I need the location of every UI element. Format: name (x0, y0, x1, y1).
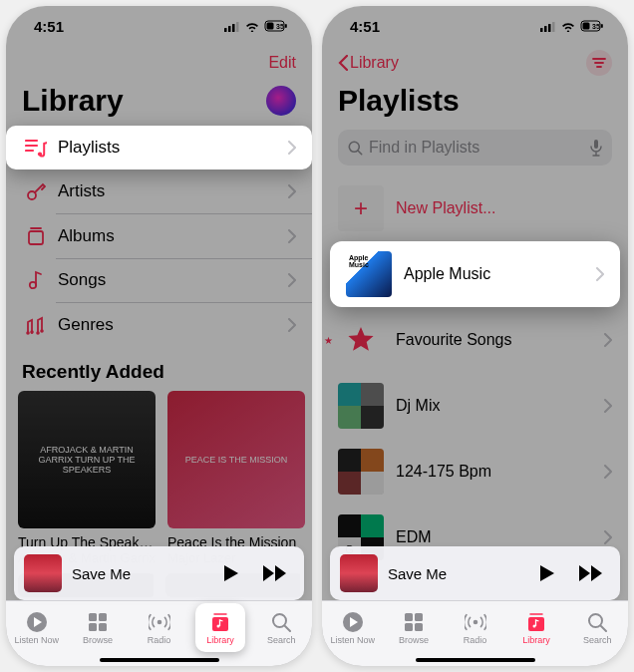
svg-rect-36 (405, 613, 413, 621)
playlist-art (338, 317, 384, 363)
svg-rect-26 (544, 26, 547, 32)
tab-label: Browse (399, 635, 429, 645)
tab-radio[interactable]: Radio (445, 601, 505, 654)
svg-rect-1 (228, 26, 231, 32)
chevron-right-icon (288, 273, 296, 287)
svg-text:35: 35 (592, 23, 600, 30)
row-label: 124-175 Bpm (396, 463, 592, 481)
row-albums[interactable]: Albums (6, 214, 312, 258)
svg-point-21 (157, 619, 161, 624)
tab-label: Library (522, 635, 550, 645)
row-label: EDM (396, 528, 592, 546)
tab-library[interactable]: Library (505, 601, 566, 654)
row-label: Playlists (58, 138, 288, 158)
library-icon (525, 611, 547, 633)
row-label: Albums (58, 226, 288, 246)
play-button[interactable] (530, 563, 562, 583)
search-placeholder: Find in Playlists (369, 139, 584, 157)
chevron-right-icon (604, 333, 612, 347)
chevron-left-icon (338, 55, 348, 71)
svg-point-33 (349, 142, 359, 152)
tab-label: Browse (83, 635, 113, 645)
row-artists[interactable]: Artists (6, 169, 312, 213)
row-label: Favourite Songs (396, 331, 592, 349)
library-list: Playlists Artists Albums Songs (6, 126, 312, 347)
back-button[interactable]: Library (338, 54, 399, 72)
tab-bar: Listen Now Browse Radio Library Search (322, 600, 628, 666)
tab-search[interactable]: Search (567, 601, 628, 654)
row-genres[interactable]: Genres (6, 303, 312, 347)
home-indicator[interactable] (100, 658, 219, 662)
wifi-icon (244, 21, 260, 32)
next-button[interactable] (256, 564, 294, 582)
tab-label: Search (583, 635, 612, 645)
battery-icon: 35 (580, 20, 604, 32)
play-button[interactable] (214, 563, 246, 583)
chevron-right-icon (604, 530, 612, 544)
row-songs[interactable]: Songs (6, 258, 312, 302)
album-art: PEACE IS THE MISSION (167, 391, 305, 528)
plus-icon: + (338, 185, 384, 231)
svg-point-12 (26, 331, 30, 335)
tab-library[interactable]: Library (189, 601, 250, 654)
svg-point-14 (36, 331, 40, 335)
svg-point-15 (40, 329, 44, 333)
tab-radio[interactable]: Radio (129, 601, 189, 654)
library-icon (209, 611, 231, 633)
row-playlists[interactable]: Playlists (6, 126, 312, 169)
now-playing-bar[interactable]: Save Me (330, 546, 620, 600)
playlist-favourite[interactable]: ★ Favourite Songs (322, 307, 628, 373)
artists-icon (22, 181, 50, 201)
grid-icon (87, 611, 109, 633)
home-indicator[interactable] (416, 658, 535, 662)
search-icon (586, 611, 608, 633)
tab-browse[interactable]: Browse (383, 601, 444, 654)
svg-point-40 (473, 619, 477, 624)
next-button[interactable] (572, 564, 610, 582)
svg-rect-37 (415, 613, 423, 621)
tab-label: Radio (148, 635, 171, 645)
tab-listen-now[interactable]: Listen Now (6, 601, 67, 654)
nav-row: Library (322, 46, 628, 80)
tab-label: Radio (464, 635, 487, 645)
now-playing-title: Save Me (388, 565, 520, 582)
playlist-apple-music[interactable]: Apple Music Apple Music (330, 241, 620, 307)
svg-point-8 (38, 152, 42, 156)
album-card[interactable]: PEACE IS THE MISSION Peace Is the Missio… (167, 391, 305, 565)
sort-button[interactable] (586, 50, 612, 76)
cellular-icon (224, 21, 240, 32)
mic-icon[interactable] (590, 140, 602, 157)
search-icon (270, 611, 292, 633)
playlist-dj-mix[interactable]: Dj Mix (322, 373, 628, 439)
chevron-right-icon (288, 184, 296, 198)
chevron-right-icon (288, 141, 296, 155)
chevron-right-icon (288, 318, 296, 332)
svg-rect-0 (224, 28, 227, 32)
now-playing-bar[interactable]: Save Me (14, 546, 304, 600)
status-time: 4:51 (350, 18, 380, 35)
tab-browse[interactable]: Browse (67, 601, 128, 654)
row-label: New Playlist... (396, 199, 612, 217)
tab-search[interactable]: Search (251, 601, 312, 654)
new-playlist-row[interactable]: + New Playlist... (322, 175, 628, 241)
svg-rect-20 (99, 623, 107, 631)
album-card[interactable]: AFROJACK & MARTIN GARRIX TURN UP THE SPE… (18, 391, 156, 565)
recently-added-title: Recently Added (6, 347, 312, 391)
sort-icon (592, 58, 606, 68)
playlist-bpm[interactable]: 124-175 Bpm (322, 439, 628, 504)
tab-listen-now[interactable]: Listen Now (322, 601, 383, 654)
now-playing-title: Save Me (72, 565, 204, 582)
svg-rect-28 (552, 22, 555, 32)
genres-icon (22, 315, 50, 335)
search-input[interactable]: Find in Playlists (338, 130, 612, 166)
svg-rect-25 (540, 28, 543, 32)
svg-rect-27 (548, 24, 551, 32)
row-label: Artists (58, 181, 288, 201)
row-label: Dj Mix (396, 397, 592, 415)
chevron-right-icon (596, 267, 604, 281)
profile-avatar[interactable] (266, 86, 296, 116)
play-circle-icon (26, 611, 48, 633)
star-badge-icon: ★ (324, 335, 333, 346)
recently-added-row[interactable]: AFROJACK & MARTIN GARRIX TURN UP THE SPE… (6, 391, 312, 565)
edit-button[interactable]: Edit (268, 54, 296, 72)
